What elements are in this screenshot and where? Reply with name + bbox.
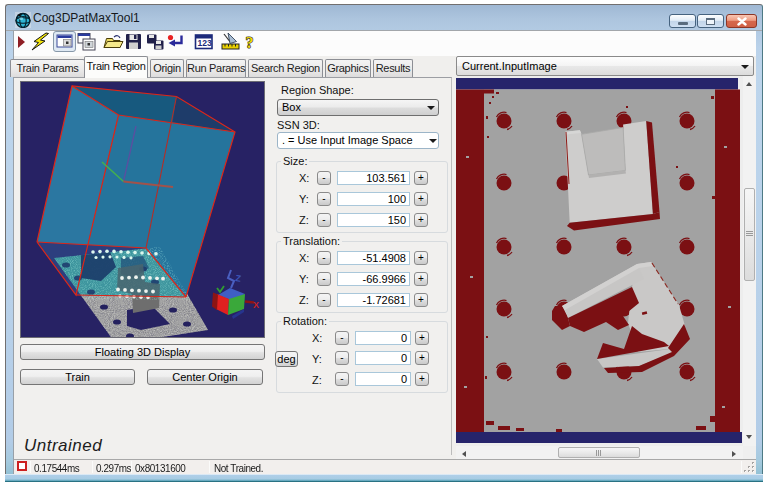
svg-text:X: X <box>253 300 259 310</box>
svg-text:123: 123 <box>198 38 212 48</box>
svg-text:?: ? <box>246 34 254 51</box>
